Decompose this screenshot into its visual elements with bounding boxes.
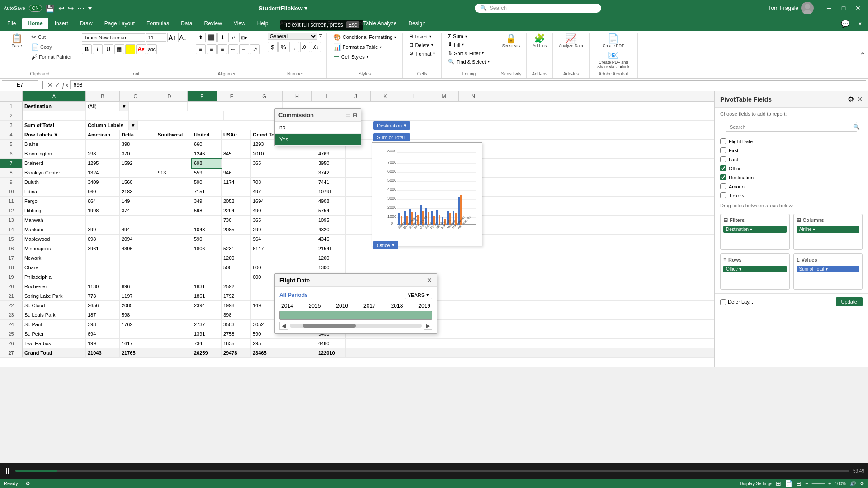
row-num-15[interactable]: 15 (0, 235, 23, 244)
cell-c20[interactable]: 896 (120, 282, 156, 291)
cell-d12[interactable] (156, 206, 192, 215)
row-num-6[interactable]: 6 (0, 149, 23, 158)
analyze-button[interactable]: 📈 Analyze Data (557, 33, 585, 49)
cell-f24[interactable]: 3503 (222, 320, 251, 329)
cell-g6[interactable]: 2010 (251, 149, 287, 158)
cell-b3-btn[interactable]: ▼ (129, 121, 138, 130)
sum-total-tag[interactable]: Sum of Total (373, 133, 410, 141)
cell-c22[interactable]: 2085 (120, 301, 156, 310)
autosave-toggle[interactable]: ON (29, 5, 42, 12)
row-num-11[interactable]: 11 (0, 197, 23, 206)
row-num-7[interactable]: 7 (0, 159, 23, 168)
page-layout-view-icon[interactable]: 📄 (785, 480, 793, 487)
fill-color-button[interactable]: A▾ (125, 44, 135, 54)
cell-i12[interactable]: 5754 (316, 206, 346, 215)
cell-styles-button[interactable]: 🗃 Cell Styles ▾ (330, 52, 371, 61)
cell-d22[interactable] (156, 301, 192, 310)
cell-e8[interactable]: 559 (192, 168, 222, 177)
cell-c11[interactable]: 149 (120, 197, 156, 206)
cell-d20[interactable] (156, 282, 192, 291)
cell-f5[interactable] (222, 140, 251, 149)
cut-button[interactable]: ✂ Cut (29, 33, 74, 42)
zoom-in-icon[interactable]: + (828, 481, 831, 486)
cell-h9[interactable] (287, 178, 316, 187)
comma-button[interactable]: , (289, 42, 299, 52)
row-num-20[interactable]: 20 (0, 282, 23, 291)
align-top-button[interactable]: ⬆ (196, 33, 206, 42)
sum-button[interactable]: Σ Sum ▾ (445, 33, 469, 40)
cell-f7[interactable] (222, 159, 251, 168)
cell-h7[interactable] (287, 159, 316, 168)
cell-f4[interactable]: USAir (222, 130, 251, 139)
cell-d6[interactable] (156, 149, 192, 158)
pivot-field-destination[interactable]: Destination (720, 174, 863, 181)
save-icon[interactable]: 💾 (46, 4, 55, 13)
orientation-button[interactable]: ↗ (250, 44, 260, 54)
font-grow-button[interactable]: A↑ (167, 33, 177, 42)
cell-d15[interactable] (156, 235, 192, 244)
cell-i7[interactable]: 3950 (316, 159, 346, 168)
cell-g12[interactable]: 490 (251, 206, 287, 215)
cell-d9[interactable] (156, 178, 192, 187)
row-num-26[interactable]: 26 (0, 339, 23, 348)
cell-i11[interactable]: 4908 (316, 197, 346, 206)
cell-e5[interactable]: 660 (192, 140, 222, 149)
cell-h18[interactable] (287, 263, 316, 272)
cell-a11[interactable]: Fargo (23, 197, 86, 206)
amount-checkbox[interactable] (720, 183, 726, 189)
cell-i15[interactable]: 4346 (316, 235, 346, 244)
timeline-right-btn[interactable]: ▶ (424, 322, 432, 330)
cell-a8[interactable]: Brooklyn Center (23, 168, 86, 177)
maximize-button[interactable]: □ (837, 4, 850, 13)
cell-c21[interactable]: 1197 (120, 291, 156, 300)
align-bottom-button[interactable]: ⬇ (217, 33, 227, 42)
tab-help[interactable]: Help (252, 18, 274, 29)
col-header-l[interactable]: L (400, 91, 429, 101)
cell-a21[interactable]: Spring Lake Park (23, 291, 86, 300)
pivot-field-last[interactable]: Last (720, 155, 863, 163)
cell-a2[interactable] (23, 111, 86, 120)
cell-f19[interactable] (222, 272, 251, 282)
merge-button[interactable]: ⊞▾ (239, 33, 249, 42)
office-checkbox[interactable] (720, 165, 726, 171)
cell-h12[interactable] (287, 206, 316, 215)
currency-button[interactable]: $ (268, 42, 278, 52)
cell-c6[interactable]: 370 (120, 149, 156, 158)
cell-g13[interactable]: 365 (251, 216, 287, 225)
cell-b21[interactable]: 773 (86, 291, 120, 300)
col-header-e[interactable]: E (188, 91, 217, 101)
slicer-filter-icon[interactable]: ⊟ (353, 112, 357, 118)
cell-i18[interactable]: 1300 (316, 263, 346, 272)
formula-input[interactable]: 698 (70, 80, 866, 89)
cell-reference-input[interactable]: E7 (2, 80, 38, 89)
cell-i13[interactable]: 1095 (316, 216, 346, 225)
cell-c18[interactable] (120, 263, 156, 272)
sum-total-dropdown[interactable]: ▾ (826, 267, 828, 272)
cell-b24[interactable]: 398 (86, 320, 120, 329)
cell-b4[interactable]: American (86, 130, 120, 139)
cell-b11[interactable]: 664 (86, 197, 120, 206)
format-as-table-button[interactable]: 📊 Format as Table ▾ (330, 42, 385, 52)
cell-g14[interactable]: 299 (251, 225, 287, 234)
cell-a18[interactable]: Ohare (23, 263, 86, 272)
cell-b6[interactable]: 298 (86, 149, 120, 158)
slicer-multiselect-icon[interactable]: ☰ (346, 112, 351, 118)
cell-d24[interactable] (156, 320, 192, 329)
progress-track[interactable] (15, 470, 849, 472)
office-row-tag[interactable]: Office ▾ (723, 266, 787, 272)
cell-b7[interactable]: 1295 (86, 159, 120, 168)
cell-d4[interactable]: Southwest (156, 130, 192, 139)
cell-e17[interactable] (192, 253, 222, 263)
cell-g15[interactable]: 964 (251, 235, 287, 244)
row-num-18[interactable]: 18 (0, 263, 23, 272)
cell-h26[interactable] (287, 339, 316, 348)
cell-c23[interactable]: 598 (120, 310, 156, 319)
cell-f15[interactable] (222, 235, 251, 244)
cell-c7[interactable]: 1592 (120, 159, 156, 168)
cell-a6[interactable]: Bloomington (23, 149, 86, 158)
row-num-8[interactable]: 8 (0, 168, 23, 177)
destination-tag-dropdown[interactable]: ▾ (404, 122, 406, 128)
cell-b14[interactable]: 399 (86, 225, 120, 234)
cell-b19[interactable] (86, 272, 120, 282)
cell-e9[interactable]: 590 (192, 178, 222, 187)
